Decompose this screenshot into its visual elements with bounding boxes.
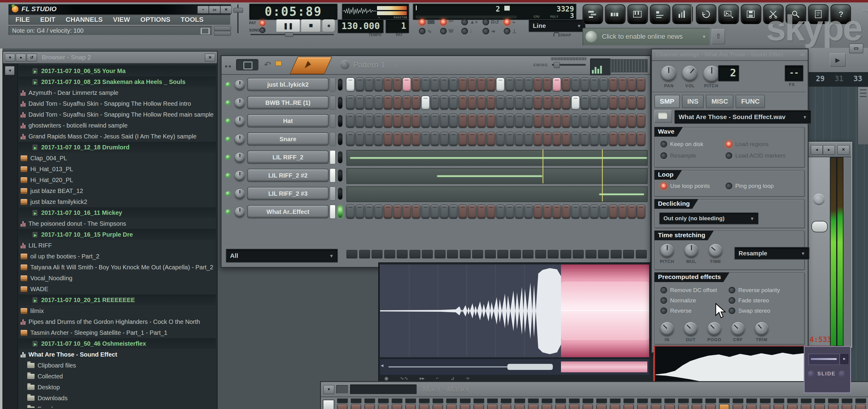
mixer-strip-button[interactable] xyxy=(665,405,674,409)
option-fade-stereo[interactable]: Fade stereo xyxy=(728,297,800,304)
option-led[interactable] xyxy=(660,183,667,189)
step-cell[interactable] xyxy=(590,114,598,128)
step-cell[interactable] xyxy=(422,114,430,128)
step-cell[interactable] xyxy=(450,114,457,128)
mixer-strip[interactable] xyxy=(595,399,608,409)
step-cell[interactable] xyxy=(628,96,636,109)
rack-display[interactable] xyxy=(236,59,258,71)
step-cell[interactable] xyxy=(553,205,561,218)
channel-select-indicator[interactable] xyxy=(330,132,335,146)
channel-select-indicator[interactable] xyxy=(330,187,335,200)
crf-knob[interactable] xyxy=(731,322,745,335)
mixer-strip[interactable] xyxy=(650,399,662,409)
step-cell[interactable] xyxy=(619,205,626,218)
step-cell[interactable] xyxy=(431,78,439,91)
option-led[interactable] xyxy=(728,297,735,304)
keyboard-key[interactable] xyxy=(586,250,596,258)
keyboard-key[interactable] xyxy=(422,250,433,258)
step-cell[interactable] xyxy=(562,205,570,218)
mixer-strip[interactable] xyxy=(827,399,840,409)
option-reverse[interactable]: Reverse xyxy=(660,308,728,314)
channel-enable-led[interactable] xyxy=(226,119,230,123)
hint-stepper-up[interactable] xyxy=(214,26,231,31)
step-cell[interactable] xyxy=(365,114,373,128)
keyboard-key[interactable] xyxy=(372,250,382,258)
browser-item[interactable]: 2017-11-07 10_50_46 Oshmeisterflex xyxy=(19,338,216,349)
channel-name-button[interactable]: BWB TH..RE (1) xyxy=(247,96,329,109)
step-cell[interactable] xyxy=(459,132,467,146)
step-cell[interactable] xyxy=(525,132,532,146)
browser-item[interactable]: Tatyana Ali ft Will Smith - Boy You Knoc… xyxy=(19,262,216,273)
channel-pan-knob[interactable] xyxy=(235,116,245,126)
channel-enable-led[interactable] xyxy=(226,191,230,196)
keyboard-key[interactable] xyxy=(409,250,421,258)
step-cell[interactable] xyxy=(515,78,523,91)
option-normalize[interactable]: Normalize xyxy=(660,297,728,304)
swing-slider-thumb[interactable] xyxy=(554,62,560,68)
channel-settings-pin-icon[interactable]: ▭ xyxy=(800,51,805,57)
step-cell[interactable] xyxy=(487,132,495,146)
option-resample[interactable]: Resample xyxy=(660,152,725,159)
mixer-strip-button[interactable] xyxy=(556,405,565,409)
channel-name-button[interactable]: Hat xyxy=(247,114,329,128)
mixer-strip-button[interactable] xyxy=(774,405,783,409)
step-cell[interactable] xyxy=(600,114,608,128)
step-cell[interactable] xyxy=(384,132,392,146)
slide-right-button[interactable] xyxy=(839,371,845,377)
browser-item[interactable]: LIL RIFF xyxy=(19,240,216,251)
step-cell[interactable] xyxy=(496,78,504,91)
channel-enable-led[interactable] xyxy=(226,137,230,141)
channel-select-indicator[interactable] xyxy=(330,96,335,109)
step-cell[interactable] xyxy=(590,132,598,146)
channel-enable-led[interactable] xyxy=(226,173,230,178)
step-cell[interactable] xyxy=(496,132,504,146)
step-cell[interactable] xyxy=(356,78,364,91)
step-cell[interactable] xyxy=(581,78,589,91)
channel-enable-led[interactable] xyxy=(226,83,230,87)
step-cell[interactable] xyxy=(628,78,636,91)
channel-pan-knob[interactable] xyxy=(661,66,676,81)
sample-play-icon[interactable]: ◉ xyxy=(384,375,389,381)
mixer-strip[interactable] xyxy=(677,399,690,409)
option-led[interactable] xyxy=(660,141,667,148)
stop-button[interactable]: ■ xyxy=(301,20,321,32)
mixer-strip[interactable] xyxy=(732,399,744,409)
mixer-strip[interactable] xyxy=(377,399,390,409)
channel-name-button[interactable]: LIL RIFF_2 #2 xyxy=(247,169,329,182)
pogo-knob[interactable] xyxy=(708,322,721,335)
step-cell[interactable] xyxy=(506,132,514,146)
mixer-strip[interactable] xyxy=(855,399,867,409)
mixer-strip-button[interactable] xyxy=(624,405,633,409)
meter-knob[interactable] xyxy=(813,194,825,205)
save-button[interactable] xyxy=(741,4,761,24)
option-reverse-polarity[interactable]: Reverse polarity xyxy=(728,287,800,293)
mixer-strip-button[interactable] xyxy=(433,405,442,409)
piano-roll-button[interactable] xyxy=(627,4,648,24)
render-button[interactable] xyxy=(718,4,739,24)
keyboard-key[interactable] xyxy=(435,250,445,258)
option-keep-on-disk[interactable]: Keep on disk xyxy=(660,141,725,148)
option-led[interactable] xyxy=(725,141,732,148)
step-cell[interactable] xyxy=(590,78,598,91)
browser-item[interactable]: Tasmin Archer - Sleeping Satellite - Par… xyxy=(19,327,216,338)
browser-item[interactable]: Vocal_Noodling xyxy=(19,273,216,284)
step-cell[interactable] xyxy=(487,114,495,128)
mixer-strip[interactable] xyxy=(363,399,376,409)
mixer-strip-button[interactable] xyxy=(815,405,824,409)
countdown-toggle[interactable] xyxy=(440,19,447,26)
step-cell[interactable] xyxy=(440,96,448,109)
menu-item-edit[interactable]: EDIT xyxy=(35,15,61,24)
keyboard-key[interactable] xyxy=(384,250,395,258)
option-ping-pong-loop[interactable]: Ping pong loop xyxy=(725,183,795,189)
news-refresh-button[interactable]: ⇧ xyxy=(712,29,725,44)
recording-filter-toggle[interactable] xyxy=(419,28,426,35)
step-cell[interactable] xyxy=(487,78,495,91)
mixer-strip[interactable] xyxy=(773,399,785,409)
mixer-title-bar[interactable]: ▾ Mixer - Master xyxy=(321,382,868,397)
step-cell[interactable] xyxy=(422,205,430,218)
mixer-strip[interactable] xyxy=(813,399,826,409)
step-cell[interactable] xyxy=(553,114,561,128)
browser-item[interactable]: 2017-11-07 10_08_23 Snakeman aka Heels _… xyxy=(19,76,216,87)
step-cell[interactable] xyxy=(619,132,626,146)
mixer-strip[interactable] xyxy=(609,399,622,409)
